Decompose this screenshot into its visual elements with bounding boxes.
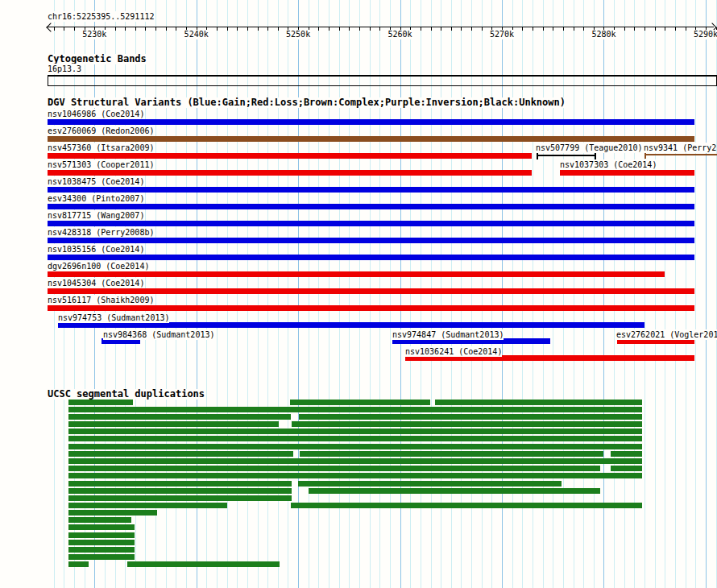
variant-bar[interactable] [48, 119, 694, 125]
grid-line [665, 0, 665, 588]
ruler-tick [155, 27, 156, 31]
segdup-bar[interactable] [68, 554, 135, 560]
variant-bar[interactable] [560, 170, 694, 176]
variant-bar[interactable] [48, 288, 694, 294]
variant-bar[interactable] [48, 238, 694, 243]
variant-bar[interactable] [48, 221, 694, 226]
variant-label[interactable]: nsv1038475 (Coe2014) [48, 176, 144, 187]
segdup-bar[interactable] [290, 400, 430, 405]
segdup-bar[interactable] [298, 481, 562, 487]
variant-bar[interactable] [48, 170, 532, 176]
variant-label[interactable]: nsv1037303 (Coe2014) [560, 159, 657, 170]
segdup-bar[interactable] [68, 547, 135, 553]
variant-bar[interactable] [537, 152, 596, 159]
variant-label[interactable]: nsv1035156 (Coe2014) [48, 244, 144, 255]
segdup-bar[interactable] [68, 414, 291, 420]
grid-line [716, 0, 717, 588]
ruler-tick [583, 27, 584, 31]
variant-bar[interactable] [48, 153, 532, 159]
ruler-tick-label: 5260k [383, 30, 418, 39]
variant-label[interactable]: esv2762021 (Vogler201 [616, 329, 717, 340]
variant-bar[interactable] [48, 187, 694, 193]
segdup-bar[interactable] [68, 436, 642, 441]
grid-line [543, 0, 544, 588]
segdup-bar[interactable] [611, 451, 642, 457]
variant-label[interactable]: nsv516117 (Shaikh2009) [48, 295, 154, 305]
variant-label[interactable]: nsv571303 (Cooper2011) [48, 159, 154, 170]
variant-label[interactable]: dgv2696n100 (Coe2014) [48, 261, 149, 271]
segdup-bar[interactable] [68, 510, 157, 516]
segdup-bar[interactable] [68, 503, 227, 508]
grid-line [400, 0, 401, 588]
ruler-tick [533, 27, 533, 31]
segdup-bar[interactable] [68, 421, 279, 427]
variant-label[interactable]: nsv974753 (Sudmant2013) [58, 313, 169, 323]
cytoband-box [48, 75, 717, 86]
grid-line [624, 0, 625, 588]
variant-label[interactable]: esv34300 (Pinto2007) [48, 193, 144, 204]
variant-label[interactable]: nsv9341 (Perry2 [644, 143, 716, 153]
ruler-tick [665, 27, 665, 31]
segdup-bar[interactable] [68, 451, 293, 457]
variant-label[interactable]: nsv1046986 (Coe2014) [48, 109, 144, 119]
segdup-bar[interactable] [68, 517, 131, 523]
variant-label[interactable]: esv2760069 (Redon2006) [48, 126, 154, 136]
ruler-tick [145, 27, 146, 31]
variant-label[interactable]: nsv984368 (Sudmant2013) [103, 329, 214, 340]
variant-bar[interactable] [48, 305, 694, 311]
segdup-track-header: UCSC segmental duplications [48, 389, 205, 400]
ruler-tick [166, 27, 167, 31]
segdup-bar[interactable] [68, 407, 642, 412]
segdup-bar[interactable] [435, 400, 642, 405]
ruler-tick [655, 27, 656, 31]
segdup-bar[interactable] [68, 473, 642, 478]
variant-bar[interactable] [58, 322, 644, 328]
variant-label[interactable]: nsv428318 (Perry2008b) [48, 227, 154, 238]
segdup-bar[interactable] [68, 466, 600, 471]
grid-line [502, 0, 503, 588]
segdup-bar[interactable] [309, 488, 600, 494]
variant-endpoint-tick [595, 152, 596, 159]
ruler-tick [258, 27, 259, 31]
variant-label[interactable]: nsv1045304 (Coe2014) [48, 278, 144, 288]
ruler-tick [543, 27, 544, 31]
segdup-bar[interactable] [291, 503, 642, 508]
variant-label[interactable]: nsv974847 (Sudmant2013) [392, 329, 504, 340]
segdup-bar[interactable] [611, 466, 642, 471]
ruler-tick-label: 5250k [280, 30, 316, 39]
segdup-bar[interactable] [68, 488, 292, 494]
segdup-bar[interactable] [68, 495, 292, 501]
variant-bar[interactable] [48, 136, 694, 142]
variant-label[interactable]: nsv1036241 (Coe2014) [405, 346, 502, 357]
variant-bar[interactable] [48, 255, 694, 260]
variant-bar[interactable] [48, 271, 665, 277]
variant-label[interactable]: nsv507799 (Teague2010) [536, 143, 642, 153]
ruler-tick [461, 27, 462, 31]
ruler-tick [227, 27, 228, 31]
grid-line [359, 0, 360, 588]
ruler-tick [471, 27, 472, 31]
ruler-tick [675, 27, 676, 31]
segdup-bar[interactable] [292, 421, 642, 427]
variant-label[interactable]: nsv817715 (Wang2007) [48, 210, 144, 221]
segdup-bar[interactable] [68, 481, 292, 487]
ruler-tick [574, 27, 574, 31]
variant-label[interactable]: nsv457360 (Itsara2009) [48, 143, 154, 153]
segdup-bar[interactable] [68, 540, 135, 545]
segdup-bar[interactable] [299, 414, 642, 420]
segdup-bar[interactable] [127, 561, 280, 567]
ruler-tick [267, 27, 268, 31]
segdup-bar[interactable] [68, 532, 135, 538]
grid-line [431, 0, 432, 588]
ruler-tick [522, 27, 523, 31]
segdup-bar[interactable] [300, 451, 603, 457]
segdup-bar[interactable] [68, 458, 642, 464]
segdup-bar[interactable] [68, 524, 135, 530]
variant-bar[interactable] [48, 204, 694, 209]
segdup-bar[interactable] [68, 429, 642, 434]
ruler-tick-label: 5280k [586, 30, 621, 39]
ruler-tick [441, 27, 441, 31]
segdup-bar[interactable] [68, 561, 89, 567]
segdup-bar[interactable] [68, 400, 133, 405]
segdup-bar[interactable] [68, 444, 642, 449]
